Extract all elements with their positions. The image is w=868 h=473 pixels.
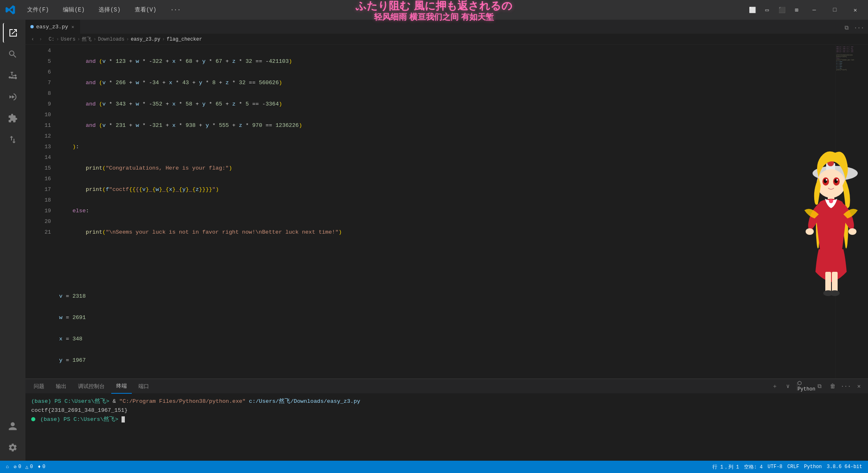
activity-source-control-icon[interactable] — [3, 66, 23, 85]
panel-tab-debug[interactable]: 调试控制台 — [73, 379, 110, 394]
code-line-17: x = 348 — [59, 334, 835, 344]
line-num-12: 12 — [37, 131, 51, 142]
menu-select[interactable]: 选择(S) — [95, 5, 124, 15]
line-num-10: 10 — [37, 110, 51, 120]
breadcrumb-symbol: flag_checker — [167, 37, 202, 42]
panel-tab-output[interactable]: 输出 — [51, 379, 71, 394]
activity-settings-icon[interactable] — [3, 438, 23, 457]
close-panel-button[interactable]: ✕ — [853, 381, 865, 392]
code-line-16: w = 2691 — [59, 312, 835, 323]
terminal-python-path: "C:/Program Files/Python38/python.exe" — [119, 398, 246, 404]
encoding-status[interactable]: UTF-8 — [765, 461, 785, 473]
terminal-output: coctf{2318_2691_348_1967_151} — [31, 407, 128, 413]
more-actions-button[interactable]: ··· — [853, 22, 865, 34]
line-num-17: 17 — [37, 184, 51, 195]
menu-file[interactable]: 文件(F) — [24, 5, 52, 15]
minimize-button[interactable]: — — [805, 3, 824, 16]
remote-icon: ⌂ — [6, 464, 9, 470]
maximize-button[interactable]: □ — [825, 3, 844, 16]
layout-btn-3[interactable]: ⬛ — [775, 3, 788, 16]
line-num-15: 15 — [37, 163, 51, 174]
info-status[interactable]: ♦ 0 — [35, 461, 48, 473]
titlebar-right: ⬜ ▭ ⬛ ⊞ — □ ✕ — [746, 3, 868, 16]
menu-edit[interactable]: 编辑(E) — [60, 5, 88, 15]
code-line-7: and (v * 231 + w * -321 + x * 938 + y * … — [59, 120, 835, 131]
layout-panel-button[interactable]: ⧉ — [814, 381, 825, 392]
more-panel-button[interactable]: ··· — [840, 381, 852, 392]
activity-extensions-icon[interactable] — [3, 108, 23, 128]
line-num-9: 9 — [37, 99, 51, 110]
terminal-line-1: (base) PS C:\Users\然飞> & "C:/Program Fil… — [31, 397, 862, 406]
line-num-18: 18 — [37, 195, 51, 206]
line-ending-status[interactable]: CRLF — [785, 461, 802, 473]
activity-search-icon[interactable] — [3, 44, 23, 64]
line-num-5: 5 — [37, 56, 51, 67]
python-version-label: 3.8.6 64-bit — [827, 464, 862, 470]
gutter — [25, 45, 34, 379]
nav-forward[interactable]: › — [39, 37, 42, 42]
activity-run-icon[interactable] — [3, 87, 23, 107]
tab-easy-z3[interactable]: easy_z3.py ✕ — [25, 20, 80, 34]
main-layout: easy_z3.py ✕ ⧉ ··· ‹ › C: › Users › 然飞 ›… — [0, 20, 868, 461]
line-num-19: 19 — [37, 206, 51, 216]
activity-account-icon[interactable] — [3, 416, 23, 436]
line-num-16: 16 — [37, 174, 51, 184]
terminal-content[interactable]: (base) PS C:\Users\然飞> & "C:/Program Fil… — [25, 394, 868, 461]
panel-tab-ports[interactable]: 端口 — [133, 379, 154, 394]
layout-btn-4[interactable]: ⊞ — [790, 3, 803, 16]
menu-more[interactable]: ··· — [167, 5, 184, 15]
panel-tab-problems[interactable]: 问题 — [29, 379, 49, 394]
line-num-13: 13 — [37, 142, 51, 152]
error-count: 0 — [18, 464, 21, 470]
close-button[interactable]: ✕ — [846, 3, 865, 16]
code-line-13 — [59, 248, 835, 259]
code-line-6: and (v * 343 + w * -352 + x * 58 + y * 6… — [59, 99, 835, 110]
line-num-20: 20 — [37, 216, 51, 227]
panel-tab-terminal[interactable]: 终端 — [111, 379, 132, 394]
info-icon: ♦ — [38, 464, 41, 470]
code-line-4: and (v * 123 + w * -322 + x * 68 + y * 6… — [59, 56, 835, 67]
terminal-dropdown[interactable]: ∨ — [782, 381, 794, 392]
python-version-status[interactable]: 3.8.6 64-bit — [824, 461, 865, 473]
position-status[interactable]: 行 1，列 1 — [710, 461, 742, 473]
line-num-4: 4 — [37, 46, 51, 56]
errors-status[interactable]: ⊘ 0 △ 0 — [11, 461, 35, 473]
breadcrumb-downloads: Downloads — [98, 37, 124, 42]
language-status[interactable]: Python — [801, 461, 824, 473]
activity-explorer-icon[interactable] — [3, 23, 23, 43]
minimap[interactable]: and (v * 123 + w * -322 and (v * 266 + w… — [835, 45, 868, 379]
powershell-label[interactable]: ⬡ Python — [801, 381, 812, 392]
tab-close-button[interactable]: ✕ — [71, 23, 75, 30]
terminal-script-path: c:/Users/然飞/Downloads/easy_z3.py — [249, 398, 360, 404]
layout-btn-1[interactable]: ⬜ — [746, 3, 759, 16]
tab-label: easy_z3.py — [36, 24, 68, 30]
activity-testing-icon[interactable] — [3, 130, 23, 149]
layout-btn-2[interactable]: ▭ — [760, 3, 774, 16]
terminal-prompt: (base) PS C:\Users\然飞> — [40, 416, 122, 422]
code-line-14 — [59, 270, 835, 280]
add-terminal-button[interactable]: ＋ — [769, 381, 781, 392]
code-line-15: v = 2318 — [59, 291, 835, 302]
code-content[interactable]: and (v * 123 + w * -322 + x * 68 + y * 6… — [54, 45, 835, 379]
panel-tabs: 问题 输出 调试控制台 终端 端口 ＋ ∨ ⬡ Python ⧉ 🗑 ··· ✕ — [25, 379, 868, 394]
error-icon: ⊘ — [14, 464, 16, 470]
terminal-dot — [31, 417, 35, 421]
nav-back[interactable]: ‹ — [31, 37, 34, 42]
code-line-9: print("Congratulations, Here is your fla… — [59, 163, 835, 174]
line-num-11: 11 — [37, 120, 51, 131]
remote-status[interactable]: ⌂ — [3, 461, 11, 473]
info-count: 0 — [42, 464, 45, 470]
terminal-cursor — [122, 416, 125, 422]
code-line-5: and (v * 266 + w * -34 + x * 43 + y * 8 … — [59, 78, 835, 88]
trash-terminal-button[interactable]: 🗑 — [827, 381, 838, 392]
titlebar-left: 文件(F) 编辑(E) 选择(S) 查看(V) ··· — [0, 4, 184, 16]
title-line1: ふたり阻む 風に押も返されるの — [356, 0, 512, 12]
menu-view[interactable]: 查看(V) — [131, 5, 160, 15]
spaces-status[interactable]: 空格: 4 — [742, 461, 765, 473]
code-line-8: ): — [59, 142, 835, 152]
breadcrumb-users: Users — [61, 37, 76, 42]
split-editor-button[interactable]: ⧉ — [841, 22, 852, 34]
status-bar: ⌂ ⊘ 0 △ 0 ♦ 0 行 1，列 1 空格: 4 UTF-8 — [0, 461, 868, 473]
warning-icon: △ — [25, 464, 28, 470]
warning-count: 0 — [30, 464, 33, 470]
